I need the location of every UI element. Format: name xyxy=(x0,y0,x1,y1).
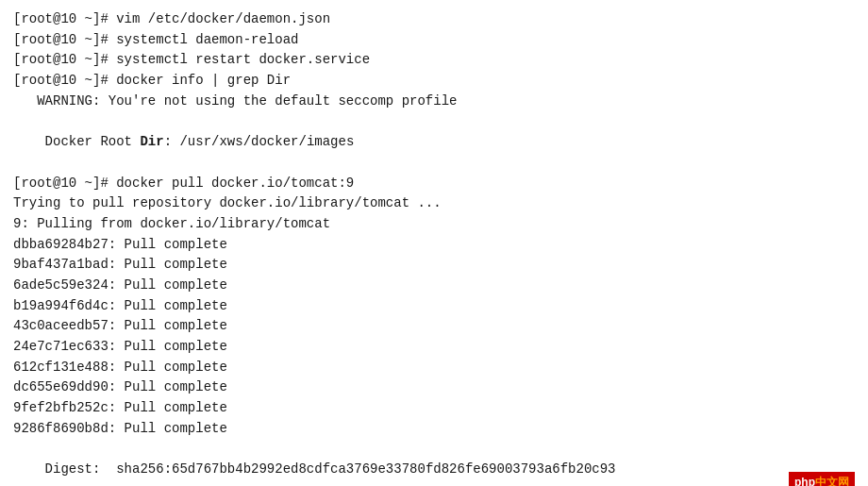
line-text: Trying to pull repository docker.io/libr… xyxy=(13,195,442,210)
terminal-line: [root@10 ~]# docker pull docker.io/tomca… xyxy=(13,174,855,194)
line-text: 9286f8690b8d: Pull complete xyxy=(13,421,227,436)
line-text: dc655e69dd90: Pull complete xyxy=(13,379,227,394)
line-text: 43c0aceedb57: Pull complete xyxy=(13,318,227,333)
terminal-line: 9: Pulling from docker.io/library/tomcat xyxy=(13,214,855,235)
line-text: b19a994f6d4c: Pull complete xyxy=(13,298,227,313)
terminal-window: [root@10 ~]# vim /etc/docker/daemon.json… xyxy=(0,0,868,486)
terminal-line: 43c0aceedb57: Pull complete xyxy=(13,316,855,337)
terminal-line: Docker Root Dir: /usr/xws/docker/images xyxy=(13,111,855,173)
terminal-line: 6ade5c59e324: Pull complete xyxy=(13,276,855,296)
line-text: [root@10 ~]# systemctl daemon-reload xyxy=(13,32,298,47)
terminal-line: [root@10 ~]# systemctl daemon-reload xyxy=(13,30,855,51)
terminal-line: dc655e69dd90: Pull complete xyxy=(13,377,855,398)
terminal-line: dbba69284b27: Pull complete xyxy=(13,235,855,256)
bold-dir: Dir xyxy=(140,134,163,149)
line-text: [root@10 ~]# docker pull docker.io/tomca… xyxy=(13,176,354,191)
line-text: Docker Root Dir: /usr/xws/docker/images xyxy=(45,134,355,149)
terminal-line: [root@10 ~]# docker info | grep Dir xyxy=(13,71,855,92)
terminal-line: 9baf437a1bad: Pull complete xyxy=(13,255,855,276)
watermark-php: php xyxy=(794,476,815,486)
watermark-badge: php中文网 xyxy=(789,472,855,486)
line-text: [root@10 ~]# systemctl restart docker.se… xyxy=(13,52,370,67)
terminal-line: Digest: sha256:65d767bb4b2992ed8cdfca376… xyxy=(13,439,855,486)
terminal-line: 612cf131e488: Pull complete xyxy=(13,358,855,378)
line-text: 9baf437a1bad: Pull complete xyxy=(13,257,227,272)
line-text: 6ade5c59e324: Pull complete xyxy=(13,277,227,293)
terminal-line: 9286f8690b8d: Pull complete xyxy=(13,419,855,440)
terminal-line: [root@10 ~]# vim /etc/docker/daemon.json xyxy=(13,9,855,30)
line-text: 9fef2bfb252c: Pull complete xyxy=(13,400,227,415)
watermark-site: 中文网 xyxy=(815,476,849,486)
line-text: 9: Pulling from docker.io/library/tomcat xyxy=(13,216,330,231)
digest-text: Digest: sha256:65d767bb4b2992ed8cdfca376… xyxy=(45,461,616,477)
line-text: 24e7c71ec633: Pull complete xyxy=(13,339,227,354)
terminal-line: b19a994f6d4c: Pull complete xyxy=(13,296,855,317)
terminal-line: Trying to pull repository docker.io/libr… xyxy=(13,193,855,214)
line-text: WARNING: You're not using the default se… xyxy=(13,93,457,109)
terminal-line: 24e7c71ec633: Pull complete xyxy=(13,337,855,358)
line-text: [root@10 ~]# docker info | grep Dir xyxy=(13,73,291,88)
line-text: [root@10 ~]# vim /etc/docker/daemon.json xyxy=(13,11,330,26)
terminal-line: 9fef2bfb252c: Pull complete xyxy=(13,398,855,419)
terminal-line: [root@10 ~]# systemctl restart docker.se… xyxy=(13,50,855,71)
line-text: dbba69284b27: Pull complete xyxy=(13,237,227,252)
terminal-line: WARNING: You're not using the default se… xyxy=(13,92,855,112)
line-text: 612cf131e488: Pull complete xyxy=(13,360,227,375)
